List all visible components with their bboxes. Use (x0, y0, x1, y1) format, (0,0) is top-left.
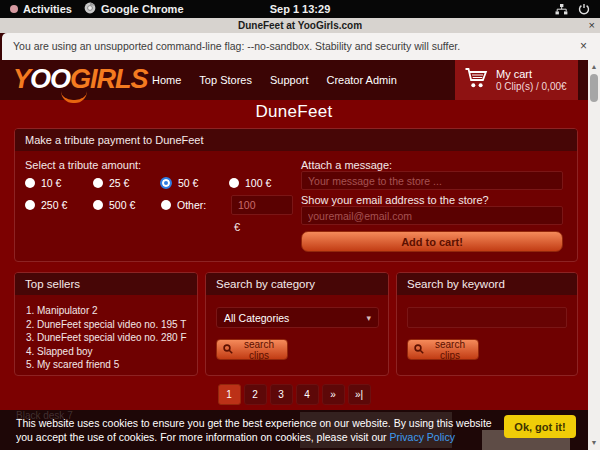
site-header: YOOGIRLS Home Top Stores Support Creator… (0, 60, 600, 100)
search-category-header: Search by category (206, 273, 388, 295)
top-seller-item[interactable]: My scared friend 5 (37, 358, 197, 372)
top-seller-item[interactable]: DuneFeet special video no. 280 F (37, 331, 197, 345)
privacy-policy-link[interactable]: Privacy Policy (390, 431, 455, 443)
top-sellers-list: Manipulator 2 DuneFeet special video no.… (37, 304, 197, 372)
infobar-close-icon[interactable]: × (580, 33, 587, 60)
cookie-consent-overlay: Black desk 7 This website uses cookies t… (0, 410, 588, 450)
window-close-icon[interactable]: × (589, 18, 595, 33)
search-keyword-panel: Search by keyword search clips (396, 272, 578, 376)
power-icon[interactable] (578, 0, 590, 18)
infobar-right-edge (588, 33, 600, 60)
amount-option-50[interactable]: 50 € (161, 177, 229, 189)
radio-50-eur-selected[interactable] (160, 177, 172, 189)
main-nav: Home Top Stores Support Creator Admin (152, 60, 397, 100)
top-sellers-header: Top sellers (15, 273, 197, 295)
desktop-screen: Activities Google Chrome Sep 1 13:29 Dun… (0, 0, 600, 450)
site-logo[interactable]: YOOGIRLS (13, 61, 148, 97)
page-button-4[interactable]: 4 (296, 384, 319, 405)
amount-option-10[interactable]: 10 € (25, 177, 93, 189)
amount-row-2: 250 € 500 € Other: (25, 199, 229, 211)
amount-label: Select a tribute amount: (25, 159, 141, 171)
chrome-flag-infobar: You are using an unsupported command-lin… (2, 33, 598, 60)
cart-icon (464, 67, 488, 93)
logo-text-girls: GIRLS (70, 64, 148, 94)
top-sellers-panel: Top sellers Manipulator 2 DuneFeet speci… (14, 272, 198, 376)
chevron-down-icon: ▾ (366, 313, 371, 323)
nav-item-creator-admin[interactable]: Creator Admin (326, 74, 396, 86)
cookie-message: This website uses cookies to ensure you … (16, 417, 498, 444)
scroll-up-icon[interactable]: ▲ (588, 62, 600, 72)
system-top-bar: Activities Google Chrome Sep 1 13:29 (0, 0, 600, 18)
search-clips-keyword-button[interactable]: search clips (407, 339, 479, 360)
page-button-1[interactable]: 1 (218, 384, 241, 405)
logo-text-y: Y (13, 64, 30, 94)
amount-option-100[interactable]: 100 € (229, 177, 297, 189)
top-seller-item[interactable]: Slapped boy (37, 345, 197, 359)
page-button-3[interactable]: 3 (270, 384, 293, 405)
amount-option-250[interactable]: 250 € (25, 199, 93, 211)
cookie-accept-button[interactable]: Ok, got it! (504, 415, 576, 438)
page-button-last[interactable]: »| (348, 384, 371, 405)
radio-100-eur[interactable] (229, 178, 239, 188)
nav-item-top-stores[interactable]: Top Stores (199, 74, 252, 86)
tribute-panel: Make a tribute payment to DuneFeet Selec… (14, 128, 578, 262)
email-label: Show your email address to the store? (301, 194, 489, 206)
radio-250-eur[interactable] (25, 200, 35, 210)
email-input[interactable] (301, 206, 563, 225)
message-input[interactable] (301, 171, 563, 190)
currency-symbol: € (234, 221, 240, 233)
top-seller-item[interactable]: DuneFeet special video no. 195 T (37, 318, 197, 332)
search-icon (223, 344, 233, 356)
system-clock[interactable]: Sep 1 13:29 (0, 0, 600, 18)
category-selected-value: All Categories (224, 312, 289, 324)
cart-summary: 0 Clip(s) / 0,00€ (496, 81, 567, 92)
amount-option-25[interactable]: 25 € (93, 177, 161, 189)
amount-option-other[interactable]: Other: (161, 199, 229, 211)
radio-25-eur[interactable] (93, 178, 103, 188)
page-button-next[interactable]: » (322, 384, 345, 405)
my-cart-button[interactable]: My cart 0 Clip(s) / 0,00€ (455, 60, 578, 100)
radio-other[interactable] (161, 200, 171, 210)
network-icon[interactable] (555, 0, 568, 18)
page-title: DuneFeet (0, 102, 588, 122)
nav-item-support[interactable]: Support (270, 74, 309, 86)
search-icon (414, 344, 424, 356)
pagination: 1 2 3 4 » »| (0, 384, 588, 405)
category-select[interactable]: All Categories ▾ (216, 307, 379, 328)
search-category-panel: Search by category All Categories ▾ sear… (205, 272, 389, 376)
top-seller-item[interactable]: Manipulator 2 (37, 304, 197, 318)
other-amount-input[interactable] (231, 195, 293, 215)
logo-text-oo: OO (30, 64, 70, 94)
keyword-input[interactable] (407, 307, 567, 328)
message-label: Attach a message: (301, 159, 392, 171)
radio-10-eur[interactable] (25, 178, 35, 188)
add-to-cart-button[interactable]: Add to cart! (301, 231, 563, 252)
nav-item-home[interactable]: Home (152, 74, 181, 86)
search-keyword-header: Search by keyword (397, 273, 577, 295)
radio-500-eur[interactable] (93, 200, 103, 210)
amount-option-500[interactable]: 500 € (93, 199, 161, 211)
infobar-message: You are using an unsupported command-lin… (13, 33, 460, 60)
tribute-panel-header: Make a tribute payment to DuneFeet (15, 129, 577, 151)
browser-scrollbar[interactable]: ▲ ▼ (588, 60, 600, 450)
amount-row-1: 10 € 25 € 50 € 100 € (25, 177, 297, 189)
window-title-bar[interactable]: DuneFeet at YooGirls.com × (0, 18, 600, 33)
scroll-down-icon[interactable]: ▼ (588, 438, 600, 448)
scrollbar-thumb[interactable] (590, 74, 598, 102)
cart-title: My cart (496, 68, 567, 80)
search-clips-category-button[interactable]: search clips (216, 339, 288, 360)
window-title: DuneFeet at YooGirls.com (0, 18, 600, 33)
page-button-2[interactable]: 2 (244, 384, 267, 405)
